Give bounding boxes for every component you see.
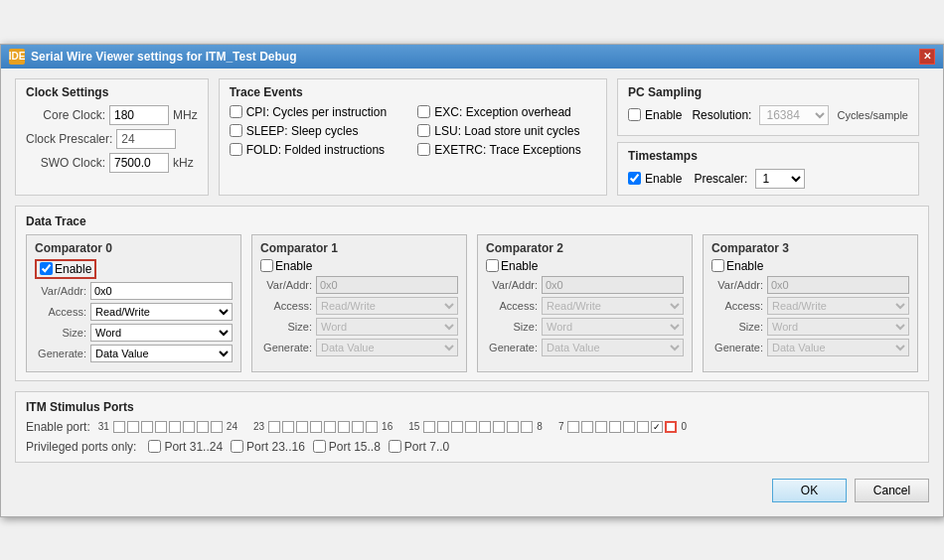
trace-fold-check[interactable] (230, 143, 242, 156)
port-21-box[interactable] (296, 421, 308, 433)
trace-exetrc-label: EXETRC: Trace Exceptions (434, 143, 580, 157)
comp3-generate-select[interactable]: Data Value (767, 339, 909, 356)
comp3-enable-row: Enable (711, 259, 909, 273)
port-13-box[interactable] (451, 421, 463, 433)
comp0-varaddr-input[interactable] (90, 282, 233, 300)
timestamps-enable-check[interactable] (628, 172, 641, 185)
port-23-box[interactable] (268, 421, 280, 433)
trace-exetrc-check[interactable] (417, 143, 430, 156)
port-25-box[interactable] (197, 421, 209, 433)
priv-31-24: Port 31..24 (148, 440, 223, 454)
dialog-window: IDE Serial Wire Viewer settings for ITM_… (0, 44, 944, 517)
priv-23-16-label: Port 23..16 (246, 440, 305, 454)
swo-clock-label: SWO Clock: (26, 156, 105, 170)
clock-settings-title: Clock Settings (26, 85, 198, 99)
comp3-size-select[interactable]: Word (767, 318, 909, 336)
port-2-box[interactable] (637, 421, 649, 433)
port-28-box[interactable] (155, 421, 167, 433)
trace-events-title: Trace Events (230, 85, 596, 99)
priv-23-16-check[interactable] (231, 440, 243, 453)
priv-31-24-check[interactable] (148, 440, 161, 453)
comp2-size-label: Size: (486, 321, 538, 333)
comp2-generate-row: Generate: Data Value (486, 339, 684, 356)
port-27-box[interactable] (169, 421, 181, 433)
port-17-box[interactable] (352, 421, 364, 433)
port-18-box[interactable] (338, 421, 350, 433)
comp1-size-select[interactable]: Word (316, 318, 458, 336)
port-num-7: 7 (558, 421, 564, 432)
priv-7-0: Port 7..0 (389, 440, 449, 454)
comp0-access-select[interactable]: Read/Write Read Write (90, 303, 233, 321)
priv-15-8: Port 15..8 (313, 440, 381, 454)
port-15-box[interactable] (423, 421, 435, 433)
close-button[interactable]: ✕ (919, 49, 935, 65)
comp1-generate-select[interactable]: Data Value (316, 339, 458, 356)
comp2-size-select[interactable]: Word (542, 318, 684, 336)
cancel-button[interactable]: Cancel (855, 479, 929, 502)
trace-fold-row: FOLD: Folded instructions (230, 143, 408, 157)
port-9-box[interactable] (507, 421, 519, 433)
comp3-access-select[interactable]: Read/Write (767, 297, 909, 315)
port-16-box[interactable] (366, 421, 378, 433)
trace-lsu-row: LSU: Load store unit cycles (417, 124, 596, 138)
core-clock-input[interactable] (109, 105, 169, 125)
port-8-box[interactable] (521, 421, 533, 433)
port-5-box[interactable] (595, 421, 607, 433)
port-24-box[interactable] (211, 421, 223, 433)
comp2-enable-row: Enable (486, 259, 684, 273)
port-0-box[interactable] (665, 421, 677, 433)
comp1-varaddr-input[interactable] (316, 276, 458, 294)
timestamps-box: Timestamps Enable Prescaler: 1 4 16 64 (617, 142, 919, 196)
port-14-box[interactable] (437, 421, 449, 433)
comp3-varaddr-input[interactable] (767, 276, 909, 294)
port-22-box[interactable] (282, 421, 294, 433)
trace-sleep-check[interactable] (230, 124, 242, 137)
top-section: Clock Settings Core Clock: MHz Clock Pre… (15, 78, 929, 196)
comp1-enable-check[interactable] (260, 259, 273, 272)
trace-exetrc-row: EXETRC: Trace Exceptions (417, 143, 596, 157)
trace-lsu-check[interactable] (417, 124, 430, 137)
port-12-box[interactable] (465, 421, 477, 433)
trace-exc-check[interactable] (417, 105, 430, 118)
comp0-size-select[interactable]: Byte Halfword Word (90, 324, 233, 342)
port-26-box[interactable] (183, 421, 195, 433)
ok-button[interactable]: OK (772, 479, 847, 502)
priv-7-0-check[interactable] (389, 440, 401, 453)
port-10-box[interactable] (493, 421, 505, 433)
comparator-2-box: Comparator 2 Enable Var/Addr: Access: Re… (477, 234, 693, 372)
port-7-box[interactable] (567, 421, 579, 433)
port-31-box[interactable] (113, 421, 125, 433)
port-11-box[interactable] (479, 421, 491, 433)
port-num-15: 15 (408, 421, 419, 432)
port-29-box[interactable] (141, 421, 153, 433)
port-3-box[interactable] (623, 421, 635, 433)
comp2-title: Comparator 2 (486, 241, 684, 255)
clock-prescaler-input[interactable] (116, 129, 176, 149)
priv-15-8-check[interactable] (313, 440, 326, 453)
comp1-access-select[interactable]: Read/Write (316, 297, 458, 315)
trace-cpi-check[interactable] (230, 105, 242, 118)
port-19-box[interactable] (324, 421, 336, 433)
port-4-box[interactable] (609, 421, 621, 433)
timestamps-prescaler-select[interactable]: 1 4 16 64 (755, 169, 805, 189)
comp0-enable-check[interactable] (40, 262, 53, 275)
comp0-access-label: Access: (35, 306, 86, 318)
swo-clock-input[interactable] (109, 153, 169, 173)
port-1-box[interactable]: ✓ (651, 421, 663, 433)
trace-sleep-row: SLEEP: Sleep cycles (230, 124, 408, 138)
pc-enable-check[interactable] (628, 108, 641, 121)
enable-port-row: Enable port: 31 24 23 (26, 420, 918, 434)
pc-resolution-select[interactable]: 16384 (759, 105, 829, 125)
comp2-generate-select[interactable]: Data Value (542, 339, 684, 356)
comp2-enable-check[interactable] (486, 259, 499, 272)
comp2-varaddr-input[interactable] (542, 276, 684, 294)
port-20-box[interactable] (310, 421, 322, 433)
port-6-box[interactable] (581, 421, 593, 433)
comp3-enable-check[interactable] (711, 259, 724, 272)
trace-sleep-label: SLEEP: Sleep cycles (246, 124, 359, 138)
comp2-access-select[interactable]: Read/Write (542, 297, 684, 315)
comp3-access-row: Access: Read/Write (711, 297, 909, 315)
port-num-31: 31 (98, 421, 109, 432)
port-30-box[interactable] (127, 421, 139, 433)
comp0-generate-select[interactable]: Data Value PC Value Both (90, 345, 233, 362)
